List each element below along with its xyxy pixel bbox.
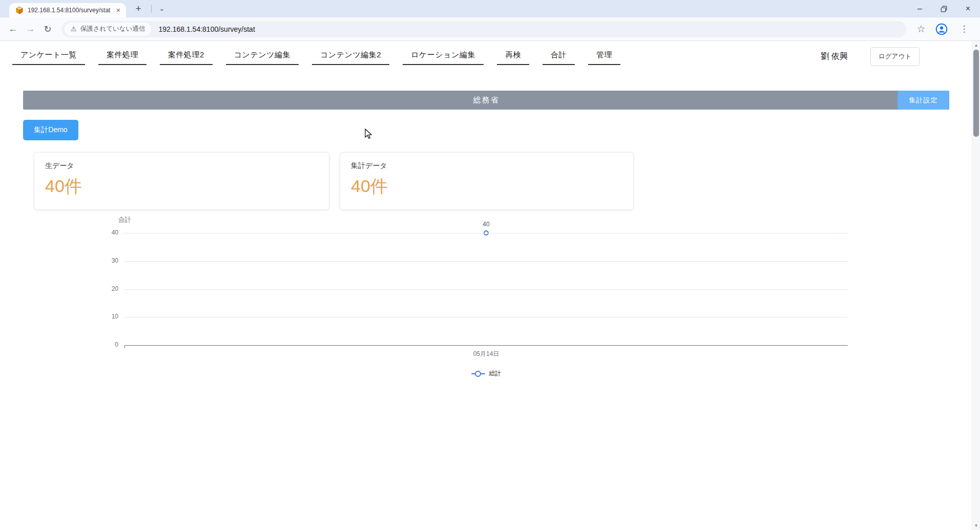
new-tab-button[interactable]: + <box>132 3 144 15</box>
legend-series-marker-icon <box>471 371 485 377</box>
window-minimize-button[interactable]: – <box>908 0 932 17</box>
window-restore-button[interactable] <box>932 0 956 17</box>
org-header-bar: 総務省 集計設定 <box>23 91 949 110</box>
site-favicon-icon <box>15 6 24 14</box>
reload-icon[interactable]: ↻ <box>39 20 56 38</box>
y-tick-label: 0 <box>93 341 118 348</box>
grid-line <box>124 261 848 262</box>
aggregation-settings-button[interactable]: 集計設定 <box>898 91 949 110</box>
security-chip-label: 保護されていない通信 <box>80 25 145 33</box>
y-tick-label: 10 <box>93 313 118 320</box>
aggregation-demo-button[interactable]: 集計Demo <box>23 120 78 140</box>
app-nav: アンケート一覧 案件処理 案件処理2 コンテンツ編集 コンテンツ編集2 ロケーシ… <box>0 47 920 66</box>
chart-point-label: 40 <box>466 221 507 228</box>
tab-strip: 192.168.1.54:8100/survey/stat × + ⌄ – × <box>0 0 980 17</box>
grid-line <box>124 317 848 317</box>
forward-icon[interactable]: → <box>22 20 39 38</box>
x-axis-line <box>124 345 848 346</box>
tab-list-chevron-icon[interactable]: ⌄ <box>156 2 168 14</box>
bookmark-star-icon[interactable]: ☆ <box>912 20 930 38</box>
y-tick-label: 40 <box>93 229 118 236</box>
vertical-scrollbar[interactable]: ▲ ▼ <box>972 41 980 530</box>
mouse-cursor <box>365 129 375 142</box>
window-close-button[interactable]: × <box>956 0 980 17</box>
nav-item-case-process[interactable]: 案件処理 <box>98 49 147 65</box>
grid-line <box>124 289 848 290</box>
aggregated-data-label: 集計データ <box>351 161 622 171</box>
chart-x-tick-label: 05月14日 <box>124 350 848 358</box>
scrollbar-thumb[interactable] <box>973 50 979 137</box>
nav-item-content-edit2[interactable]: コンテンツ編集2 <box>312 49 389 65</box>
nav-item-total[interactable]: 合計 <box>543 49 575 65</box>
chart-legend[interactable]: 総計 <box>124 369 848 378</box>
scroll-up-icon[interactable]: ▲ <box>972 41 980 49</box>
scroll-down-icon[interactable]: ▼ <box>972 522 980 529</box>
nav-item-case-process2[interactable]: 案件処理2 <box>160 49 213 65</box>
legend-series-label: 総計 <box>489 369 502 378</box>
url-text: 192.168.1.54:8100/survey/stat <box>158 25 255 33</box>
window-controls: – × <box>908 0 980 17</box>
raw-data-value: 40件 <box>45 175 318 198</box>
profile-avatar-icon <box>935 23 948 35</box>
y-tick-label: 30 <box>93 257 118 264</box>
address-bar[interactable]: ⚠ 保護されていない通信 192.168.1.54:8100/survey/st… <box>61 21 906 37</box>
warning-icon: ⚠ <box>71 26 77 32</box>
nav-item-admin[interactable]: 管理 <box>588 49 620 65</box>
back-icon[interactable]: ← <box>4 20 22 38</box>
logout-button[interactable]: ログアウト <box>870 47 920 66</box>
security-chip[interactable]: ⚠ 保護されていない通信 <box>65 23 151 36</box>
org-title: 総務省 <box>23 91 949 110</box>
profile-avatar[interactable] <box>933 20 950 38</box>
nav-item-survey-list[interactable]: アンケート一覧 <box>12 49 85 65</box>
browser-toolbar: ← → ↻ ⚠ 保護されていない通信 192.168.1.54:8100/sur… <box>0 17 980 41</box>
browser-tab[interactable]: 192.168.1.54:8100/survey/stat × <box>9 3 126 17</box>
raw-data-card: 生データ 40件 <box>34 152 329 210</box>
nav-item-recheck[interactable]: 再検 <box>497 49 529 65</box>
user-name: 劉 依興 <box>821 51 848 62</box>
aggregated-data-card: 集計データ 40件 <box>340 152 634 210</box>
tab-separator <box>151 5 152 13</box>
nav-item-content-edit[interactable]: コンテンツ編集 <box>226 49 299 65</box>
grid-line <box>124 233 848 234</box>
browser-menu-icon[interactable]: ⋮ <box>955 20 973 38</box>
nav-right: 劉 依興 ログアウト <box>821 47 920 66</box>
nav-item-location-edit[interactable]: ロケーション編集 <box>403 49 484 65</box>
window-restore-icon <box>941 6 947 12</box>
tab-title: 192.168.1.54:8100/survey/stat <box>28 7 114 14</box>
raw-data-label: 生データ <box>45 161 318 171</box>
tab-close-icon[interactable]: × <box>114 7 123 14</box>
browser-window: 192.168.1.54:8100/survey/stat × + ⌄ – × … <box>0 0 980 530</box>
chart-y-axis-title: 合計 <box>118 216 131 224</box>
page-content: アンケート一覧 案件処理 案件処理2 コンテンツ編集 コンテンツ編集2 ロケーシ… <box>0 41 980 530</box>
y-tick-label: 20 <box>93 285 118 292</box>
aggregated-data-value: 40件 <box>351 175 622 198</box>
